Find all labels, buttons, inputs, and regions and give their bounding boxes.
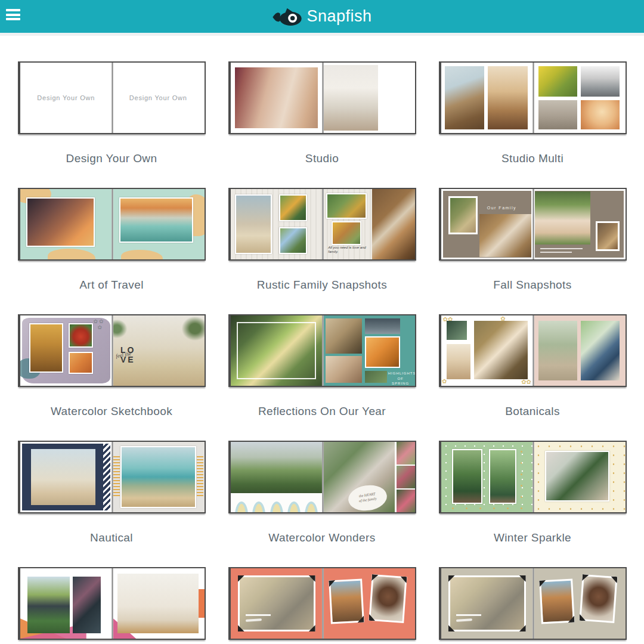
photo-corner: [329, 580, 336, 587]
book-page-right: Design Your Own: [112, 63, 205, 133]
map-decoration: [121, 250, 163, 259]
book-page-left: [20, 568, 113, 639]
template-card-row5-2[interactable]: [228, 567, 416, 640]
template-label: Rustic Family Snapshots: [228, 278, 416, 292]
template-card-watercolor-sketchbook[interactable]: ✿✿ ✿ LO VE feel the Watercolor Sketchboo…: [18, 314, 206, 418]
template-card-design-your-own[interactable]: Design Your Own Design Your Own Design Y…: [18, 61, 206, 165]
photo-corner: [448, 625, 455, 631]
fish-icon: [272, 7, 302, 27]
app-header: Snapfish: [0, 0, 644, 33]
photo-thumbnail: [581, 100, 620, 130]
template-label: Nautical: [18, 531, 206, 544]
book-preview: All you need is love and family.: [228, 188, 416, 261]
photo-corner: [369, 614, 376, 621]
book-preview: [18, 567, 206, 640]
photo-thumbnail: [69, 323, 92, 348]
stripe-decoration: [197, 456, 203, 499]
template-card-winter-sparkle[interactable]: Winter Sparkle: [439, 441, 627, 544]
book-preview: ✿✿ ✿ LO VE feel the: [18, 314, 206, 387]
template-label: Reflections On Our Year: [228, 405, 416, 418]
overlay-text-line: [456, 614, 481, 616]
template-card-botanicals[interactable]: ✿✿ ✿ ✿✿ ✿ Botanicals: [439, 314, 627, 418]
photo-thumbnail: [538, 100, 577, 130]
book-page-left: Design Your Own: [20, 63, 113, 133]
overlay-script-line: [246, 618, 262, 622]
watercolor-arch-pattern: [231, 493, 323, 512]
photo-thumbnail: [117, 574, 199, 633]
template-card-fall-snapshots[interactable]: Our Family Fall Snapshots: [439, 188, 627, 292]
template-card-row5-1[interactable]: [18, 567, 206, 640]
book-spine: [322, 63, 324, 133]
photo-thumbnail: [397, 466, 415, 488]
photo-thumbnail: [489, 449, 516, 504]
photo-corner: [400, 576, 407, 583]
template-card-art-of-travel[interactable]: Art of Travel: [18, 188, 206, 292]
page-placeholder-text: Design Your Own: [129, 94, 187, 101]
photo-thumbnail: [596, 221, 620, 251]
template-card-rustic-family-snapshots[interactable]: All you need is love and family. Rustic …: [228, 188, 416, 292]
book-spine: [532, 189, 534, 259]
template-label: Winter Sparkle: [439, 531, 627, 544]
photo-corner: [519, 575, 526, 582]
snapfish-logo[interactable]: Snapfish: [272, 0, 371, 33]
template-card-row5-3[interactable]: [439, 567, 627, 640]
tiny-text-line: [540, 248, 583, 249]
book-preview: Design Your Own Design Your Own: [18, 61, 206, 134]
book-page-right: [533, 442, 626, 512]
book-page-right: [112, 568, 205, 639]
photo-thumbnail: [448, 196, 478, 234]
book-page-right: [533, 63, 626, 133]
photo-thumbnail: [329, 578, 364, 624]
photo-thumbnail: [535, 191, 590, 245]
hamburger-menu-icon[interactable]: [6, 9, 20, 24]
photo-thumbnail: [581, 321, 620, 380]
book-spine: [532, 315, 534, 386]
book-spine: [322, 568, 324, 639]
book-spine: [112, 189, 113, 259]
book-page-right: LO VE feel the: [112, 315, 205, 386]
book-preview: [18, 441, 206, 513]
photo-thumbnail: [581, 66, 620, 97]
book-page-left: [20, 442, 113, 512]
photo-thumbnail: [326, 318, 363, 354]
photo-thumbnail: [332, 221, 361, 245]
photo-thumbnail: [580, 574, 618, 623]
book-page-right: the HEART of the family: [323, 442, 415, 512]
photo-thumbnail: [452, 449, 482, 504]
photo-corner: [371, 574, 379, 581]
template-card-reflections-on-our-year[interactable]: HIGHLIGHTS OF SPRING Reflections On Our …: [228, 314, 416, 418]
photo-corner: [568, 616, 575, 623]
photo-corner: [519, 625, 526, 631]
book-spine: [322, 189, 324, 259]
stripe-decoration: [103, 444, 110, 510]
photo-thumbnail: [447, 344, 470, 379]
book-preview: [18, 188, 206, 261]
template-label: Design Your Own: [18, 152, 206, 165]
template-card-watercolor-wonders[interactable]: the HEART of the family Watercolor Wonde…: [228, 441, 416, 544]
page-caption: Our Family: [487, 206, 516, 210]
photo-corner: [238, 625, 244, 631]
photo-thumbnail: [397, 490, 415, 512]
template-card-studio-multi[interactable]: Studio Multi: [439, 61, 627, 165]
photo-thumbnail: [372, 189, 414, 259]
photo-frame: [237, 322, 316, 380]
book-preview: [439, 61, 627, 134]
photo-thumbnail: [231, 442, 323, 493]
page-caption: HIGHLIGHTS OF SPRING: [388, 371, 413, 386]
template-card-nautical[interactable]: Nautical: [18, 441, 206, 544]
photo-corner: [448, 575, 455, 582]
book-spine: [532, 63, 534, 133]
photo-corner: [238, 575, 244, 582]
book-page-left: [231, 442, 323, 512]
book-page-right: [323, 568, 415, 639]
photo-thumbnail: [365, 318, 400, 334]
photo-thumbnail: [538, 66, 577, 97]
map-decoration: [48, 249, 95, 259]
template-label: Studio Multi: [439, 152, 627, 165]
book-preview: [228, 61, 416, 134]
book-page-left: ✿✿ ✿: [20, 315, 113, 386]
photo-thumbnail: [326, 356, 363, 383]
template-card-studio[interactable]: Studio: [228, 61, 416, 165]
book-page-right: [533, 315, 626, 386]
photo-thumbnail: [279, 194, 306, 221]
